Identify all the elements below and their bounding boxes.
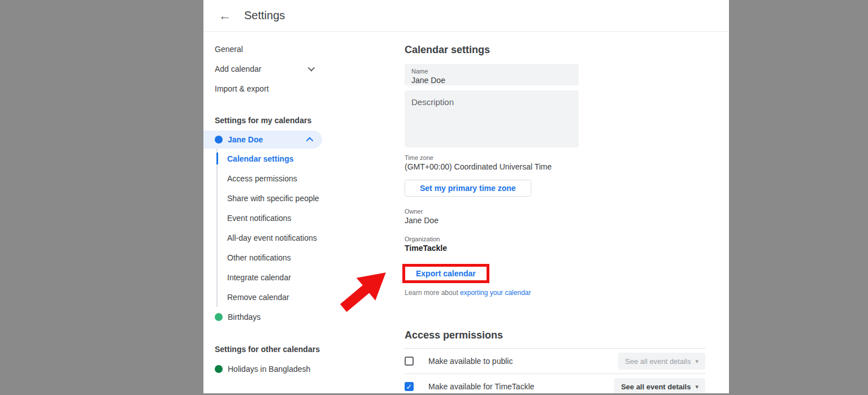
exporting-your-calendar-link[interactable]: exporting your calendar: [460, 289, 531, 297]
sidebar-heading-my-calendars: Settings for my calendars: [203, 110, 405, 130]
caret-down-icon: ▾: [695, 358, 698, 365]
time-zone-label: Time zone: [405, 154, 729, 162]
organization-value: TimeTackle: [405, 243, 729, 253]
event-details-dropdown[interactable]: See all event details ▾: [614, 378, 705, 393]
time-zone-value: (GMT+00:00) Coordinated Universal Time: [405, 162, 729, 172]
sidebar-item-label: Access permissions: [227, 174, 297, 183]
sidebar-item-label: Event notifications: [227, 214, 292, 223]
sidebar-item-remove-calendar[interactable]: Remove calendar: [218, 287, 405, 307]
sidebar-item-other-notifications[interactable]: Other notifications: [218, 248, 405, 267]
sidebar-item-label: Add calendar: [215, 64, 262, 73]
calendar-color-dot: [215, 136, 223, 144]
calendar-settings-heading: Calendar settings: [405, 44, 729, 56]
sidebar-item-label: Integrate calendar: [227, 273, 291, 282]
dropdown-value: See all event details: [621, 383, 691, 391]
settings-window: ← Settings General Add calendar Import &…: [203, 0, 729, 393]
owner-block: Owner Jane Doe: [405, 207, 729, 225]
permission-row-timetackle: ✓ Make available for TimeTackle See all …: [405, 374, 705, 393]
permission-row-label: Make available for TimeTackle: [428, 382, 535, 391]
sidebar-item-label: Share with specific people: [227, 194, 319, 203]
sidebar-item-label: General: [215, 45, 243, 54]
calendar-name-label: Jane Doe: [228, 135, 263, 144]
sidebar-item-access-permissions[interactable]: Access permissions: [218, 168, 405, 188]
sidebar-item-label: Import & export: [215, 84, 269, 93]
sidebar-heading-other-calendars: Settings for other calendars: [203, 339, 405, 359]
calendar-subsettings-list: Calendar settings Access permissions Sha…: [216, 149, 405, 307]
sidebar-item-all-day-event-notifications[interactable]: All-day event notifications: [218, 228, 405, 248]
learn-more-prefix: Learn more about: [405, 289, 460, 297]
sidebar-item-label: Holidays in Bangladesh: [228, 364, 310, 374]
time-zone-block: Time zone (GMT+00:00) Coordinated Univer…: [405, 154, 729, 172]
export-calendar-button[interactable]: Export calendar: [405, 267, 487, 280]
back-arrow-icon[interactable]: ←: [216, 7, 234, 25]
calendar-color-dot: [215, 313, 223, 321]
access-permissions-section: Access permissions Make available to pub…: [405, 329, 705, 393]
learn-more-text: Learn more about exporting your calendar: [405, 289, 729, 297]
name-field-value: Jane Doe: [411, 75, 572, 85]
permission-row-label: Make available to public: [428, 357, 513, 366]
dropdown-value: See all event details: [625, 357, 691, 366]
settings-main-content: Calendar settings Name Jane Doe Time zon…: [405, 32, 729, 393]
event-details-dropdown[interactable]: See all event details ▾: [618, 353, 705, 370]
sidebar-item-holidays-in-bangladesh[interactable]: Holidays in Bangladesh: [203, 359, 322, 379]
chevron-up-icon: [306, 137, 314, 144]
sidebar-item-jane-doe-calendar[interactable]: Jane Doe: [203, 131, 322, 149]
chevron-down-icon: [308, 64, 315, 72]
calendar-name-field[interactable]: Name Jane Doe: [405, 64, 579, 85]
access-permissions-heading: Access permissions: [405, 329, 705, 341]
page-title: Settings: [244, 9, 285, 22]
red-highlight-rectangle: Export calendar: [402, 264, 489, 283]
permission-row-public: Make available to public See all event d…: [405, 349, 705, 374]
sidebar-item-import-export[interactable]: Import & export: [203, 79, 322, 98]
set-primary-time-zone-button[interactable]: Set my primary time zone: [405, 180, 531, 197]
caret-down-icon: ▾: [695, 383, 698, 390]
settings-header: ← Settings: [203, 0, 729, 32]
sidebar-item-general[interactable]: General: [203, 39, 322, 59]
sidebar-item-integrate-calendar[interactable]: Integrate calendar: [218, 267, 405, 287]
name-field-label: Name: [411, 68, 572, 75]
organization-block: Organization TimeTackle: [405, 235, 729, 253]
sidebar-item-birthdays[interactable]: Birthdays: [203, 307, 322, 327]
sidebar-item-label: Remove calendar: [227, 293, 289, 302]
make-available-for-timetackle-checkbox[interactable]: ✓: [405, 382, 414, 391]
sidebar-item-event-notifications[interactable]: Event notifications: [218, 208, 405, 228]
sidebar-item-label: All-day event notifications: [227, 233, 317, 242]
owner-value: Jane Doe: [405, 215, 729, 225]
owner-label: Owner: [405, 207, 729, 215]
sidebar-item-share-with-specific-people[interactable]: Share with specific people: [218, 188, 405, 208]
sidebar-item-label: Birthdays: [228, 312, 261, 322]
organization-label: Organization: [405, 235, 729, 243]
sidebar-item-calendar-settings[interactable]: Calendar settings: [218, 149, 405, 168]
checkmark-icon: ✓: [406, 383, 413, 391]
settings-sidebar: General Add calendar Import & export Set…: [203, 32, 405, 393]
sidebar-item-label: Other notifications: [227, 253, 291, 262]
sidebar-item-add-calendar[interactable]: Add calendar: [203, 59, 322, 79]
description-field[interactable]: [405, 90, 579, 147]
make-available-to-public-checkbox[interactable]: [405, 357, 414, 366]
sidebar-item-label: Calendar settings: [227, 154, 293, 163]
calendar-color-dot: [215, 365, 223, 373]
